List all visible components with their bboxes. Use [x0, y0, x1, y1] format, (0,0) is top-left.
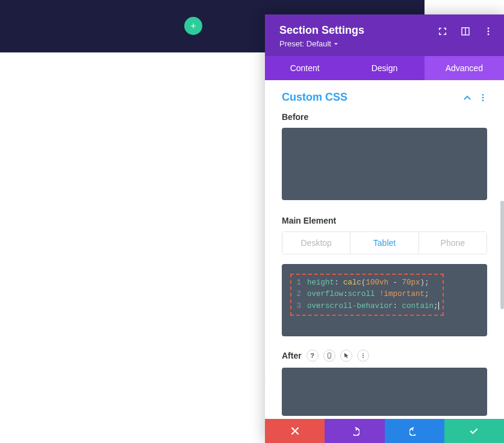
code-line-2: 2 overflow:scroll !important; [295, 289, 439, 300]
after-inline-icons: ? [306, 350, 369, 362]
main-css-editor[interactable]: 1 height: calc(100vh - 70px); 2 overflow… [282, 264, 487, 336]
save-button[interactable] [444, 419, 504, 443]
panel-tabs: Content Design Advanced [265, 56, 504, 80]
after-css-input[interactable] [282, 368, 487, 416]
scrollbar-thumb[interactable] [500, 201, 504, 309]
panel-footer [265, 419, 504, 443]
close-button[interactable] [265, 419, 325, 443]
chevron-down-icon [334, 42, 338, 46]
panel-body: Custom CSS Before Main Element Desktop T… [265, 80, 504, 419]
field-more-icon[interactable] [357, 350, 369, 362]
svg-point-3 [488, 31, 490, 33]
more-icon[interactable] [484, 27, 493, 36]
svg-point-12 [362, 357, 364, 358]
before-label: Before [282, 112, 487, 122]
svg-point-9 [329, 357, 329, 358]
svg-point-7 [482, 99, 484, 101]
custom-css-heading[interactable]: Custom CSS [282, 91, 347, 104]
section-heading-row: Custom CSS [282, 91, 487, 104]
hover-icon[interactable] [340, 350, 352, 362]
section-heading-actions [463, 93, 487, 102]
svg-point-6 [482, 96, 484, 98]
device-tab-tablet[interactable]: Tablet [350, 232, 418, 254]
after-label: After [282, 351, 302, 360]
svg-point-10 [362, 353, 364, 354]
code-line-3: 3 overscroll-behavior: contain; [295, 301, 439, 312]
expand-icon[interactable] [438, 27, 447, 36]
redo-icon [409, 426, 419, 436]
plus-icon [189, 22, 198, 30]
svg-point-4 [488, 34, 490, 36]
device-tab-desktop[interactable]: Desktop [282, 232, 350, 254]
svg-rect-1 [465, 28, 465, 35]
after-label-row: After ? [282, 350, 487, 362]
panel-header: Section Settings Preset: Default [265, 14, 504, 56]
code-line-1: 1 height: calc(100vh - 70px); [295, 277, 439, 289]
undo-button[interactable] [325, 419, 384, 443]
main-element-label: Main Element [282, 216, 487, 225]
preset-dropdown[interactable]: Preset: Default [279, 39, 338, 48]
check-icon [469, 426, 479, 436]
add-section-button[interactable] [184, 17, 202, 35]
highlight-box: 1 height: calc(100vh - 70px); 2 overflow… [290, 274, 444, 316]
close-icon [290, 426, 300, 436]
tab-content[interactable]: Content [265, 56, 344, 80]
svg-point-5 [482, 93, 484, 95]
tab-design[interactable]: Design [344, 56, 424, 80]
tab-advanced[interactable]: Advanced [425, 56, 504, 80]
svg-point-2 [488, 28, 490, 30]
redo-button[interactable] [385, 419, 444, 443]
panel-header-actions [438, 27, 493, 36]
svg-point-11 [362, 355, 364, 356]
undo-icon [350, 426, 359, 436]
device-tab-phone[interactable]: Phone [419, 232, 487, 254]
snap-icon[interactable] [461, 27, 470, 36]
responsive-icon[interactable] [323, 350, 335, 362]
collapse-icon[interactable] [463, 93, 471, 102]
preset-label: Preset: Default [279, 39, 331, 48]
device-tabs: Desktop Tablet Phone [282, 231, 487, 254]
before-css-input[interactable] [282, 128, 487, 200]
section-more-icon[interactable] [479, 93, 487, 102]
settings-panel: Section Settings Preset: Default Content… [265, 14, 504, 443]
help-icon[interactable]: ? [306, 350, 319, 362]
